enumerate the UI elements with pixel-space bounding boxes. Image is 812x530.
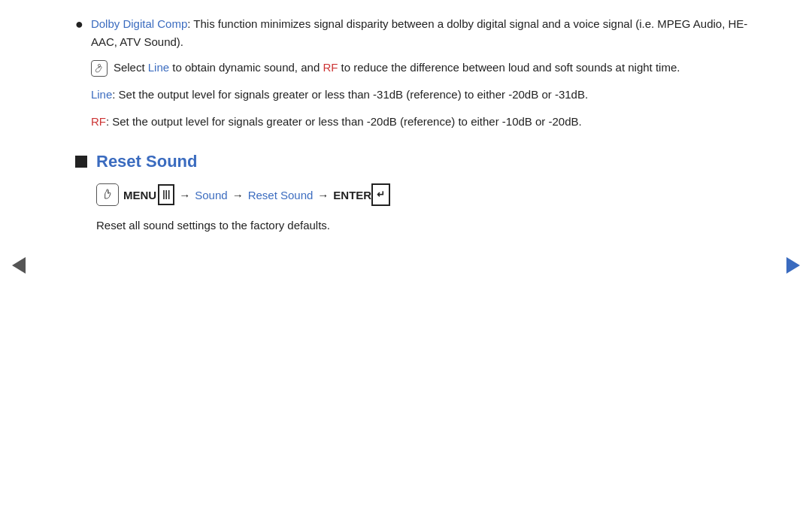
reset-sound-description: Reset all sound settings to the factory …	[96, 217, 752, 235]
line-desc: : Set the output level for signals great…	[112, 88, 588, 101]
note-line: Select Line to obtain dynamic sound, and…	[91, 59, 752, 77]
svg-point-0	[98, 64, 100, 66]
bullet-content: Dolby Digital Comp: This function minimi…	[91, 15, 752, 131]
line-label: Line	[91, 88, 112, 101]
note-line-link: Line	[148, 61, 169, 74]
left-arrow-button[interactable]	[11, 257, 27, 274]
black-square-icon	[75, 156, 87, 168]
menu-nav-line: MENU ||| → Sound → Reset Sound → ENTER ↵	[96, 183, 752, 206]
right-arrow-button[interactable]	[785, 257, 801, 274]
content-area: ● Dolby Digital Comp: This function mini…	[75, 15, 752, 235]
rf-label: RF	[91, 115, 106, 128]
note-end-text: to reduce the difference between loud an…	[338, 61, 680, 74]
note-rf-link: RF	[323, 61, 338, 74]
bullet-dot: ●	[75, 17, 83, 32]
dolby-term: Dolby Digital Comp	[91, 17, 187, 30]
section-heading: Reset Sound	[75, 152, 752, 171]
menu-hand-icon	[96, 183, 119, 206]
line-sub-para: Line: Set the output level for signals g…	[91, 86, 752, 104]
right-arrow-icon	[786, 257, 800, 274]
sound-link: Sound	[195, 185, 227, 205]
note-select-text: Select	[114, 61, 148, 74]
enter-icon: ↵	[371, 183, 390, 205]
arrow-1: →	[179, 185, 190, 205]
bullet-text: Dolby Digital Comp: This function minimi…	[91, 17, 747, 48]
reset-sound-heading: Reset Sound	[96, 152, 197, 171]
menu-word: MENU	[123, 185, 156, 205]
note-middle-text: to obtain dynamic sound, and	[169, 61, 323, 74]
enter-word: ENTER	[333, 185, 371, 205]
reset-sound-link: Reset Sound	[248, 185, 314, 205]
rf-desc: : Set the output level for signals great…	[106, 115, 582, 128]
left-arrow-icon	[12, 257, 26, 274]
menu-box-icon: |||	[158, 184, 174, 205]
bullet-section: ● Dolby Digital Comp: This function mini…	[75, 15, 752, 131]
bullet-desc: : This function minimizes signal dispari…	[91, 17, 747, 48]
note-text: Select Line to obtain dynamic sound, and…	[114, 59, 680, 77]
note-icon	[91, 60, 108, 77]
arrow-2: →	[232, 185, 244, 205]
page-container: ● Dolby Digital Comp: This function mini…	[0, 0, 812, 530]
arrow-3: →	[317, 185, 329, 205]
rf-sub-para: RF: Set the output level for signals gre…	[91, 113, 752, 131]
